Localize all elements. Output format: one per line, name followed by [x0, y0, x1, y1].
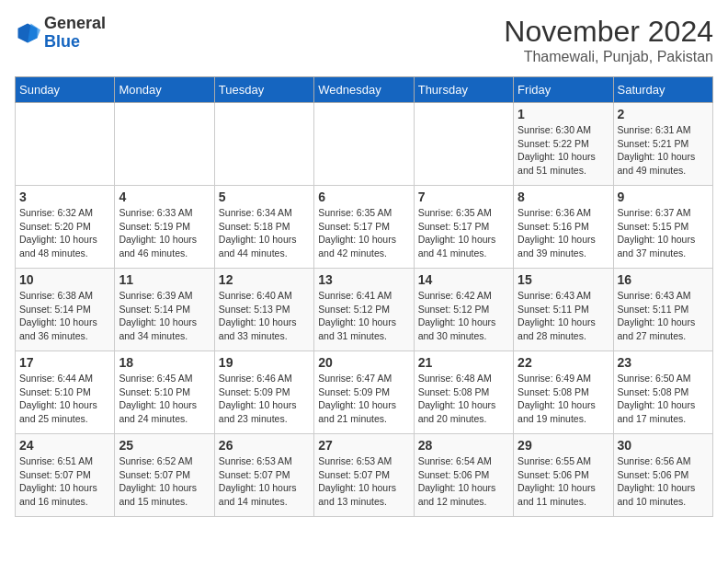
calendar-week-row: 1Sunrise: 6:30 AMSunset: 5:22 PMDaylight… — [16, 103, 713, 186]
day-number: 16 — [618, 272, 709, 287]
day-info: Sunrise: 6:50 AMSunset: 5:08 PMDaylight:… — [618, 372, 709, 426]
calendar-day-cell: 16Sunrise: 6:43 AMSunset: 5:11 PMDayligh… — [613, 269, 712, 351]
day-number: 28 — [418, 438, 509, 453]
day-info: Sunrise: 6:46 AMSunset: 5:09 PMDaylight:… — [219, 372, 310, 426]
day-info: Sunrise: 6:40 AMSunset: 5:13 PMDaylight:… — [219, 289, 310, 343]
calendar-day-cell: 25Sunrise: 6:52 AMSunset: 5:07 PMDayligh… — [115, 434, 214, 517]
calendar-day-cell: 6Sunrise: 6:35 AMSunset: 5:17 PMDaylight… — [314, 186, 414, 269]
day-number: 10 — [19, 272, 110, 287]
weekday-header-row: SundayMondayTuesdayWednesdayThursdayFrid… — [16, 77, 713, 103]
calendar-day-cell: 12Sunrise: 6:40 AMSunset: 5:13 PMDayligh… — [214, 269, 313, 351]
day-number: 15 — [518, 272, 609, 287]
day-info: Sunrise: 6:30 AMSunset: 5:22 PMDaylight:… — [518, 123, 609, 178]
calendar-day-cell: 17Sunrise: 6:44 AMSunset: 5:10 PMDayligh… — [16, 351, 115, 434]
calendar-day-cell: 20Sunrise: 6:47 AMSunset: 5:09 PMDayligh… — [314, 351, 414, 434]
calendar-day-cell: 8Sunrise: 6:36 AMSunset: 5:16 PMDaylight… — [514, 186, 613, 269]
day-number: 6 — [318, 190, 409, 204]
calendar-body: 1Sunrise: 6:30 AMSunset: 5:22 PMDaylight… — [16, 103, 713, 517]
day-number: 7 — [418, 190, 509, 204]
day-number: 30 — [618, 438, 709, 453]
day-info: Sunrise: 6:35 AMSunset: 5:17 PMDaylight:… — [318, 206, 409, 260]
calendar-day-cell: 27Sunrise: 6:53 AMSunset: 5:07 PMDayligh… — [314, 434, 414, 517]
calendar-day-cell — [115, 103, 214, 186]
day-info: Sunrise: 6:55 AMSunset: 5:06 PMDaylight:… — [518, 454, 609, 509]
day-number: 11 — [119, 272, 210, 287]
weekday-header-cell: Monday — [115, 77, 214, 103]
day-info: Sunrise: 6:33 AMSunset: 5:19 PMDaylight:… — [119, 206, 210, 260]
weekday-header-cell: Tuesday — [214, 77, 313, 103]
calendar-week-row: 24Sunrise: 6:51 AMSunset: 5:07 PMDayligh… — [16, 434, 713, 517]
calendar-day-cell: 19Sunrise: 6:46 AMSunset: 5:09 PMDayligh… — [214, 351, 313, 434]
calendar-day-cell — [314, 103, 414, 186]
calendar-day-cell: 2Sunrise: 6:31 AMSunset: 5:21 PMDaylight… — [613, 103, 712, 186]
day-info: Sunrise: 6:41 AMSunset: 5:12 PMDaylight:… — [318, 289, 409, 343]
calendar-table: SundayMondayTuesdayWednesdayThursdayFrid… — [15, 76, 713, 517]
calendar-day-cell: 29Sunrise: 6:55 AMSunset: 5:06 PMDayligh… — [514, 434, 613, 517]
day-info: Sunrise: 6:53 AMSunset: 5:07 PMDaylight:… — [318, 454, 409, 509]
calendar-week-row: 10Sunrise: 6:38 AMSunset: 5:14 PMDayligh… — [16, 269, 713, 351]
day-number: 20 — [318, 355, 409, 370]
day-info: Sunrise: 6:35 AMSunset: 5:17 PMDaylight:… — [418, 206, 509, 260]
calendar-title: November 2024 — [504, 15, 713, 49]
day-info: Sunrise: 6:43 AMSunset: 5:11 PMDaylight:… — [518, 289, 609, 343]
calendar-day-cell: 15Sunrise: 6:43 AMSunset: 5:11 PMDayligh… — [514, 269, 613, 351]
calendar-day-cell: 24Sunrise: 6:51 AMSunset: 5:07 PMDayligh… — [16, 434, 115, 517]
day-info: Sunrise: 6:38 AMSunset: 5:14 PMDaylight:… — [19, 289, 110, 343]
day-info: Sunrise: 6:48 AMSunset: 5:08 PMDaylight:… — [418, 372, 509, 426]
day-number: 26 — [219, 438, 310, 453]
calendar-day-cell: 3Sunrise: 6:32 AMSunset: 5:20 PMDaylight… — [16, 186, 115, 269]
day-info: Sunrise: 6:53 AMSunset: 5:07 PMDaylight:… — [219, 454, 310, 509]
calendar-week-row: 3Sunrise: 6:32 AMSunset: 5:20 PMDaylight… — [16, 186, 713, 269]
calendar-day-cell — [214, 103, 313, 186]
weekday-header-cell: Friday — [514, 77, 613, 103]
calendar-day-cell: 14Sunrise: 6:42 AMSunset: 5:12 PMDayligh… — [414, 269, 513, 351]
day-number: 29 — [518, 438, 609, 453]
weekday-header-cell: Thursday — [414, 77, 513, 103]
calendar-day-cell: 28Sunrise: 6:54 AMSunset: 5:06 PMDayligh… — [414, 434, 513, 517]
calendar-day-cell — [16, 103, 115, 186]
calendar-day-cell: 1Sunrise: 6:30 AMSunset: 5:22 PMDaylight… — [514, 103, 613, 186]
day-info: Sunrise: 6:52 AMSunset: 5:07 PMDaylight:… — [119, 454, 210, 509]
day-info: Sunrise: 6:39 AMSunset: 5:14 PMDaylight:… — [119, 289, 210, 343]
calendar-day-cell: 9Sunrise: 6:37 AMSunset: 5:15 PMDaylight… — [613, 186, 712, 269]
day-number: 24 — [19, 438, 110, 453]
day-number: 2 — [618, 107, 709, 121]
weekday-header-cell: Sunday — [16, 77, 115, 103]
calendar-day-cell: 10Sunrise: 6:38 AMSunset: 5:14 PMDayligh… — [16, 269, 115, 351]
day-info: Sunrise: 6:51 AMSunset: 5:07 PMDaylight:… — [19, 454, 110, 509]
calendar-day-cell: 4Sunrise: 6:33 AMSunset: 5:19 PMDaylight… — [115, 186, 214, 269]
logo: General Blue — [15, 15, 106, 52]
calendar-day-cell — [414, 103, 513, 186]
weekday-header-cell: Saturday — [613, 77, 712, 103]
day-number: 21 — [418, 355, 509, 370]
day-info: Sunrise: 6:44 AMSunset: 5:10 PMDaylight:… — [19, 372, 110, 426]
day-info: Sunrise: 6:49 AMSunset: 5:08 PMDaylight:… — [518, 372, 609, 426]
calendar-week-row: 17Sunrise: 6:44 AMSunset: 5:10 PMDayligh… — [16, 351, 713, 434]
day-number: 22 — [518, 355, 609, 370]
day-info: Sunrise: 6:31 AMSunset: 5:21 PMDaylight:… — [618, 123, 709, 178]
calendar-day-cell: 13Sunrise: 6:41 AMSunset: 5:12 PMDayligh… — [314, 269, 414, 351]
logo-blue-text: Blue — [44, 32, 80, 51]
day-number: 9 — [618, 190, 709, 204]
title-block: November 2024 Thamewali, Punjab, Pakista… — [504, 15, 713, 65]
logo-icon — [15, 20, 40, 46]
calendar-day-cell: 30Sunrise: 6:56 AMSunset: 5:06 PMDayligh… — [613, 434, 712, 517]
day-number: 5 — [219, 190, 310, 204]
page-header: General Blue November 2024 Thamewali, Pu… — [15, 15, 713, 65]
calendar-day-cell: 21Sunrise: 6:48 AMSunset: 5:08 PMDayligh… — [414, 351, 513, 434]
calendar-day-cell: 11Sunrise: 6:39 AMSunset: 5:14 PMDayligh… — [115, 269, 214, 351]
day-number: 23 — [618, 355, 709, 370]
day-info: Sunrise: 6:42 AMSunset: 5:12 PMDaylight:… — [418, 289, 509, 343]
calendar-subtitle: Thamewali, Punjab, Pakistan — [504, 49, 713, 65]
day-number: 4 — [119, 190, 210, 204]
calendar-day-cell: 26Sunrise: 6:53 AMSunset: 5:07 PMDayligh… — [214, 434, 313, 517]
day-info: Sunrise: 6:47 AMSunset: 5:09 PMDaylight:… — [318, 372, 409, 426]
day-number: 25 — [119, 438, 210, 453]
day-number: 14 — [418, 272, 509, 287]
calendar-day-cell: 7Sunrise: 6:35 AMSunset: 5:17 PMDaylight… — [414, 186, 513, 269]
calendar-day-cell: 22Sunrise: 6:49 AMSunset: 5:08 PMDayligh… — [514, 351, 613, 434]
day-number: 13 — [318, 272, 409, 287]
calendar-day-cell: 18Sunrise: 6:45 AMSunset: 5:10 PMDayligh… — [115, 351, 214, 434]
day-number: 12 — [219, 272, 310, 287]
day-number: 19 — [219, 355, 310, 370]
